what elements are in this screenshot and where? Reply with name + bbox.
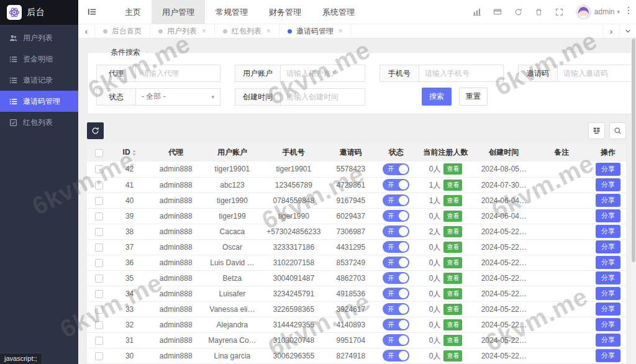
view-button[interactable]: 查看 xyxy=(443,242,462,253)
status-toggle[interactable]: 开 xyxy=(383,319,409,330)
share-button[interactable]: 分享 xyxy=(596,209,620,222)
status-toggle[interactable]: 开 xyxy=(383,334,409,346)
trash-icon[interactable] xyxy=(529,8,549,16)
sidebar-item-4[interactable]: 红包列表 xyxy=(0,112,78,133)
status-toggle[interactable]: 开 xyxy=(383,272,409,284)
tabs-scroll-left-icon[interactable]: ‹ xyxy=(78,24,95,38)
status-toggle[interactable]: 开 xyxy=(383,350,409,362)
view-button[interactable]: 查看 xyxy=(443,180,462,191)
column-header-0[interactable]: ID▲▼ xyxy=(111,143,148,162)
view-button[interactable]: 查看 xyxy=(443,335,462,346)
tabs-dropdown-icon[interactable] xyxy=(619,24,636,38)
sort-icon[interactable]: ▲▼ xyxy=(132,149,137,157)
status-toggle[interactable]: 开 xyxy=(383,288,409,299)
filter-input[interactable] xyxy=(419,65,504,82)
share-button[interactable]: 分享 xyxy=(596,318,620,331)
nav-item-2[interactable]: 常规管理 xyxy=(205,0,258,24)
tabs-scroll-right-icon[interactable]: › xyxy=(602,24,619,38)
share-button[interactable]: 分享 xyxy=(596,163,620,176)
row-checkbox[interactable] xyxy=(95,197,103,205)
view-button[interactable]: 查看 xyxy=(443,319,462,330)
tab-1[interactable]: 用户列表× xyxy=(150,24,215,38)
view-button[interactable]: 查看 xyxy=(443,163,462,175)
nav-item-0[interactable]: 主页 xyxy=(114,0,152,24)
chevron-down-icon[interactable]: ▾ xyxy=(617,9,620,15)
share-button[interactable]: 分享 xyxy=(596,256,620,269)
share-button[interactable]: 分享 xyxy=(596,271,620,284)
user-avatar[interactable] xyxy=(576,4,591,20)
vertical-scrollbar[interactable] xyxy=(631,37,636,364)
refresh-icon[interactable] xyxy=(508,8,529,16)
view-button[interactable]: 查看 xyxy=(443,288,462,299)
row-checkbox[interactable] xyxy=(95,165,103,173)
columns-filter-icon[interactable] xyxy=(588,122,605,139)
filter-input[interactable] xyxy=(281,88,365,106)
row-checkbox[interactable] xyxy=(95,290,103,298)
fullscreen-icon[interactable] xyxy=(549,8,570,16)
nav-item-3[interactable]: 财务管理 xyxy=(258,0,312,24)
share-button[interactable]: 分享 xyxy=(596,334,620,347)
tab-close-icon[interactable]: × xyxy=(338,27,343,35)
credit-card-icon[interactable] xyxy=(488,7,508,16)
status-toggle[interactable]: 开 xyxy=(383,163,409,175)
share-button[interactable]: 分享 xyxy=(596,303,620,316)
status-toggle[interactable]: 开 xyxy=(383,241,409,253)
status-toggle[interactable]: 开 xyxy=(383,303,409,315)
refresh-table-button[interactable] xyxy=(87,122,104,139)
view-button[interactable]: 查看 xyxy=(443,257,462,268)
view-button[interactable]: 查看 xyxy=(443,273,462,284)
reset-button[interactable]: 重置 xyxy=(459,88,488,106)
sidebar-item-0[interactable]: 用户列表 xyxy=(0,27,78,48)
row-checkbox[interactable] xyxy=(95,275,103,283)
nav-item-1[interactable]: 用户管理 xyxy=(152,0,205,24)
sidebar-item-3[interactable]: 邀请码管理 xyxy=(0,91,78,112)
filter-input[interactable] xyxy=(558,65,636,82)
view-button[interactable]: 查看 xyxy=(443,226,462,237)
user-name[interactable]: admin xyxy=(594,7,615,16)
select-all-checkbox[interactable] xyxy=(95,149,103,157)
tab-close-icon[interactable]: × xyxy=(202,27,206,35)
row-checkbox[interactable] xyxy=(95,212,103,221)
share-button[interactable]: 分享 xyxy=(596,194,620,207)
share-button[interactable]: 分享 xyxy=(596,178,620,191)
view-button[interactable]: 查看 xyxy=(443,211,462,222)
tab-2[interactable]: 红包列表× xyxy=(215,24,279,38)
tab-3[interactable]: 邀请码管理× xyxy=(279,24,352,38)
search-button[interactable]: 搜索 xyxy=(422,88,452,106)
status-toggle[interactable]: 开 xyxy=(383,194,409,206)
search-table-icon[interactable] xyxy=(609,122,626,139)
tab-0[interactable]: 后台首页 xyxy=(95,24,150,38)
filter-input[interactable] xyxy=(136,65,220,82)
row-checkbox[interactable] xyxy=(95,352,103,360)
filter-group-1-1: 用户账户 xyxy=(235,65,365,82)
sidebar-item-1[interactable]: 资金明细 xyxy=(0,48,78,70)
tab-close-icon[interactable]: × xyxy=(266,27,271,35)
status-select[interactable]: - 全部 -▾ xyxy=(136,88,220,106)
row-checkbox[interactable] xyxy=(95,243,103,252)
status-toggle[interactable]: 开 xyxy=(383,179,409,191)
nav-item-4[interactable]: 系统管理 xyxy=(312,0,365,24)
hamburger-icon[interactable] xyxy=(78,7,106,16)
row-checkbox[interactable] xyxy=(95,259,103,267)
kebab-menu-icon[interactable] xyxy=(625,6,636,17)
share-button[interactable]: 分享 xyxy=(596,287,620,300)
row-checkbox[interactable] xyxy=(95,337,103,345)
filter-input[interactable] xyxy=(281,65,365,82)
row-checkbox[interactable] xyxy=(95,181,103,189)
sidebar-item-2[interactable]: 邀请记录 xyxy=(0,70,78,91)
row-checkbox[interactable] xyxy=(95,306,103,314)
share-button[interactable]: 分享 xyxy=(596,225,620,238)
status-toggle[interactable]: 开 xyxy=(383,225,409,237)
row-checkbox[interactable] xyxy=(95,228,103,236)
view-button[interactable]: 查看 xyxy=(443,350,462,362)
status-toggle[interactable]: 开 xyxy=(383,210,409,222)
bar-chart-icon[interactable] xyxy=(467,7,488,16)
row-checkbox[interactable] xyxy=(95,321,103,329)
share-button[interactable]: 分享 xyxy=(596,240,620,253)
status-toggle[interactable]: 开 xyxy=(383,257,409,268)
scrollbar-thumb[interactable] xyxy=(632,39,635,262)
row-checkbox-cell xyxy=(87,317,111,332)
view-button[interactable]: 查看 xyxy=(443,195,462,206)
view-button[interactable]: 查看 xyxy=(443,304,462,315)
share-button[interactable]: 分享 xyxy=(596,349,620,362)
